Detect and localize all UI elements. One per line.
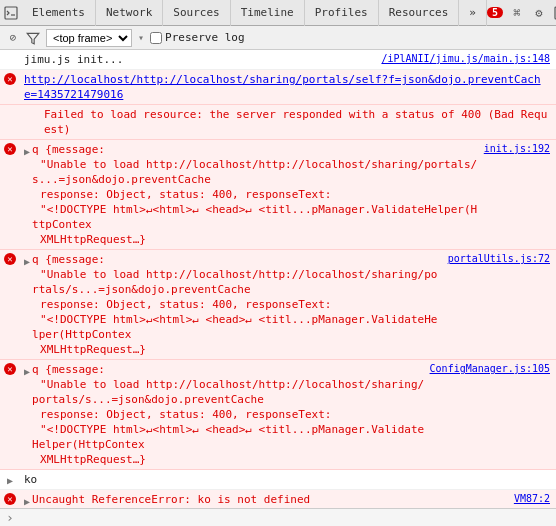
settings-icon[interactable]: ⚙ <box>531 5 547 21</box>
console-prompt-bar: › <box>0 508 556 526</box>
row-gutter: ✕ <box>0 141 20 155</box>
expand-arrow[interactable]: ▶ <box>24 142 30 159</box>
console-row: ✕ ▶ q {message: "Unable to load http://l… <box>0 360 556 470</box>
console-row: ✕ ▶ Uncaught ReferenceError: ko is not d… <box>0 490 556 508</box>
row-content: ▶ q {message: "Unable to load http://loc… <box>20 361 430 468</box>
row-content: jimu.js init... <box>20 51 381 68</box>
row-source[interactable]: init.js:192 <box>484 141 556 154</box>
row-gutter: ▶ <box>0 471 20 486</box>
secondary-toolbar: ⊘ <top frame> ▾ Preserve log <box>0 26 556 50</box>
frame-selector[interactable]: <top frame> <box>46 29 132 47</box>
row-source[interactable]: /iPlANII/jimu.js/main.js:148 <box>381 51 556 64</box>
svg-rect-0 <box>5 7 17 19</box>
error-count-badge[interactable]: 5 <box>487 7 503 18</box>
expand-arrow[interactable]: ▶ <box>24 362 30 379</box>
error-icon: ✕ <box>4 363 16 375</box>
tab-bar: Elements Network Sources Timeline Profil… <box>0 0 556 26</box>
tab-more[interactable]: » <box>459 0 487 26</box>
tab-network[interactable]: Network <box>96 0 163 26</box>
error-icon: ✕ <box>4 253 16 265</box>
row-content: ▶ Uncaught ReferenceError: ko is not def… <box>20 491 514 508</box>
console-row: ✕ http://localhost/http://localhost/shar… <box>0 70 556 105</box>
expand-arrow[interactable]: ▶ <box>7 473 13 486</box>
terminal-icon[interactable]: ⌘ <box>509 5 525 21</box>
console-input[interactable] <box>18 511 550 524</box>
row-content: ▶ q {message: "Unable to load http://loc… <box>20 251 448 358</box>
console-output: jimu.js init... /iPlANII/jimu.js/main.js… <box>0 50 556 508</box>
tab-profiles[interactable]: Profiles <box>305 0 379 26</box>
row-gutter <box>0 51 20 53</box>
error-icon: ✕ <box>4 73 16 85</box>
tab-timeline[interactable]: Timeline <box>231 0 305 26</box>
row-content: http://localhost/http://localhost/sharin… <box>20 71 550 103</box>
tab-resources[interactable]: Resources <box>379 0 460 26</box>
devtools-icon[interactable] <box>4 5 18 21</box>
console-row: jimu.js init... /iPlANII/jimu.js/main.js… <box>0 50 556 70</box>
preserve-log-label[interactable]: Preserve log <box>150 31 244 44</box>
row-content: ▶ q {message: "Unable to load http://loc… <box>20 141 484 248</box>
expand-arrow[interactable]: ▶ <box>24 492 30 508</box>
clear-console-icon[interactable]: ⊘ <box>6 31 20 45</box>
row-gutter: ✕ <box>0 361 20 375</box>
preserve-log-checkbox[interactable] <box>150 32 162 44</box>
row-source <box>550 71 556 73</box>
row-source[interactable]: VM87:2 <box>514 491 556 504</box>
row-source <box>550 471 556 473</box>
row-content: ko <box>20 471 550 488</box>
row-gutter: ✕ <box>0 71 20 85</box>
row-source[interactable]: portalUtils.js:72 <box>448 251 556 264</box>
row-gutter <box>20 106 40 108</box>
row-source[interactable]: ConfigManager.js:105 <box>430 361 556 374</box>
console-row: Failed to load resource: the server resp… <box>0 105 556 140</box>
tab-sources[interactable]: Sources <box>163 0 230 26</box>
tab-elements[interactable]: Elements <box>22 0 96 26</box>
error-icon: ✕ <box>4 143 16 155</box>
error-icon: ✕ <box>4 493 16 505</box>
console-row: ▶ ko <box>0 470 556 490</box>
filter-icon[interactable] <box>26 31 40 45</box>
row-gutter: ✕ <box>0 491 20 505</box>
row-content: Failed to load resource: the server resp… <box>40 106 556 138</box>
expand-arrow[interactable]: ▶ <box>24 252 30 269</box>
console-row: ✕ ▶ q {message: "Unable to load http://l… <box>0 140 556 250</box>
console-row: ✕ ▶ q {message: "Unable to load http://l… <box>0 250 556 360</box>
row-gutter: ✕ <box>0 251 20 265</box>
prompt-icon: › <box>6 510 14 525</box>
